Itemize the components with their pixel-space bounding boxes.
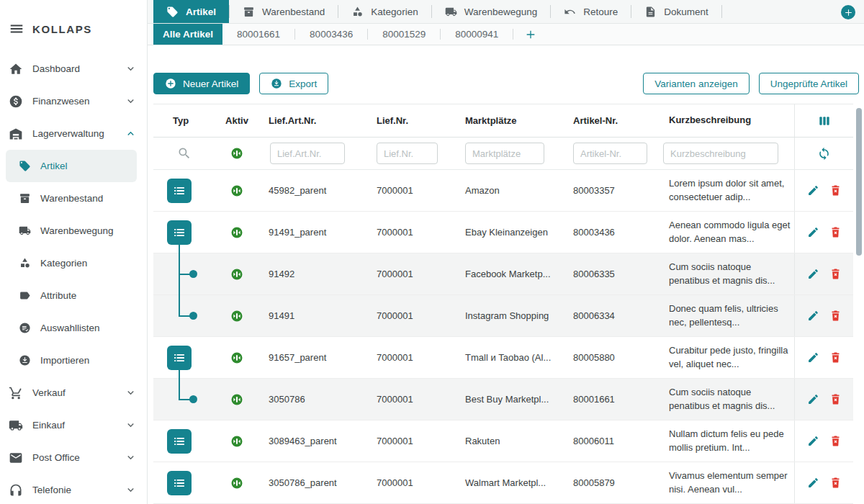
unchecked-articles-button[interactable]: Ungeprüfte Artikel [759,73,859,94]
subtab-label: 80001661 [237,29,280,40]
show-variants-label: Varianten anzeigen [654,78,737,89]
sidebar-item-einkauf[interactable]: Einkauf [0,409,147,441]
brand-row: KOLLAPS [0,20,147,37]
lief-nr-cell: 7000001 [369,227,459,238]
filter-marktplaetze-input[interactable] [465,143,544,164]
subtab-80000941[interactable]: 80000941 [441,24,513,45]
filter-lief-nr-input[interactable] [377,143,438,164]
delete-trash-icon[interactable] [829,351,842,364]
edit-pencil-icon[interactable] [807,268,819,280]
col-header-lief-art-nr: Lief.Art.Nr. [261,115,369,126]
filter-lief-art-nr-input[interactable] [270,143,345,164]
typ-cell [153,253,212,294]
delete-trash-icon[interactable] [829,184,842,197]
sidebar-item-importieren[interactable]: Importieren [6,344,137,377]
add-article-tab-button[interactable] [513,24,548,45]
active-status-icon[interactable] [230,184,243,197]
sidebar-item-telefonie[interactable]: Telefonie [0,474,147,504]
sidebar-item-label: Telefonie [32,485,71,495]
delete-trash-icon[interactable] [829,268,842,280]
subtab-label: 80003436 [310,29,353,40]
delete-trash-icon[interactable] [829,393,842,405]
active-filter-toggle-icon[interactable] [230,147,243,160]
export-button[interactable]: Export [259,73,328,94]
parent-article-list-button[interactable] [167,429,192,454]
table-row: 91491_parent7000001Ebay Kleinanzeigen800… [153,212,853,253]
sidebar-item-artikel[interactable]: Artikel [6,150,137,182]
tab-label: Artikel [186,6,216,17]
lief-nr-cell: 7000001 [369,394,459,405]
tab-artikel[interactable]: Artikel [153,0,229,23]
row-actions [794,212,853,253]
edit-pencil-icon[interactable] [807,393,819,405]
marktplatz-cell: Ebay Kleinanzeigen [459,227,567,238]
app-window: KOLLAPS DashboardFinanzwesenLagerverwalt… [0,0,864,504]
active-status-icon[interactable] [230,477,243,490]
tab-warenbestand[interactable]: Warenbestand [230,0,338,23]
show-variants-button[interactable]: Varianten anzeigen [643,73,749,94]
sidebar-item-label: Verkauf [32,387,66,398]
sidebar-item-warenbestand[interactable]: Warenbestand [6,182,137,215]
active-status-icon[interactable] [230,393,243,406]
mail-icon [9,451,23,465]
columns-settings-icon[interactable] [817,114,832,128]
kurzbeschreibung-cell: Vivamus elementum semper nisi. Aenean vu… [656,469,794,495]
edit-pencil-icon[interactable] [807,435,819,447]
label-icon [19,289,31,302]
typ-cell [153,462,212,503]
active-status-icon[interactable] [230,310,243,323]
sidebar-item-dashboard[interactable]: Dashboard [0,53,147,85]
delete-trash-icon[interactable] [829,310,842,322]
sidebar-item-kategorien[interactable]: Kategorien [6,247,137,279]
filter-artikel-nr-input[interactable] [573,143,647,164]
new-article-button[interactable]: Neuer Artikel [153,73,250,94]
sidebar-item-finanzwesen[interactable]: Finanzwesen [0,85,147,117]
delete-trash-icon[interactable] [829,477,842,489]
tab-warenbewegung[interactable]: Warenbewegung [432,0,551,23]
subtab-alle-artikel[interactable]: Alle Artikel [153,24,222,45]
active-status-icon[interactable] [230,435,243,448]
tree-connector [179,295,180,316]
delete-trash-icon[interactable] [829,226,842,238]
vertical-scrollbar[interactable] [856,108,862,256]
tab-dokument[interactable]: Dokument [631,0,721,23]
tree-node-dot [189,270,197,278]
sidebar-item-lagerverwaltung[interactable]: Lagerverwaltung [0,117,147,150]
edit-pencil-icon[interactable] [807,184,819,197]
artikel-nr-cell: 80006334 [567,310,656,321]
edit-pencil-icon[interactable] [807,310,819,322]
edit-pencil-icon[interactable] [807,351,819,364]
kurzbeschreibung-cell: Curabitur pede justo, fringilla vel, ali… [656,344,794,370]
hamburger-menu-icon[interactable] [9,21,24,37]
table-row: 914917000001Instagram Shopping80006334Do… [153,295,853,337]
subtab-80001529[interactable]: 80001529 [368,24,440,45]
marktplatz-cell: Instagram Shopping [459,310,567,321]
kurzbeschreibung-cell: Cum sociis natoque penatibus et magnis d… [656,386,794,412]
active-status-icon[interactable] [230,226,243,239]
table-row: 91657_parent7000001Tmall и Taobao (Al...… [153,337,853,379]
edit-pencil-icon[interactable] [807,226,819,238]
sidebar-item-verkauf[interactable]: Verkauf [0,377,147,409]
active-status-icon[interactable] [230,351,243,364]
sidebar-item-label: Attribute [40,290,76,301]
sidebar-item-post-office[interactable]: Post Office [0,441,147,474]
parent-article-list-button[interactable] [167,220,192,245]
subtab-80003436[interactable]: 80003436 [295,24,367,45]
parent-article-list-button[interactable] [167,179,192,203]
sidebar-nav-bottom: VerkaufEinkaufPost OfficeTelefonie [0,377,147,504]
delete-trash-icon[interactable] [829,435,842,447]
refresh-icon[interactable] [817,147,831,161]
active-status-icon[interactable] [230,268,243,281]
col-header-aktiv: Aktiv [212,115,261,126]
edit-pencil-icon[interactable] [807,477,819,489]
tab-kategorien[interactable]: Kategorien [338,0,431,23]
parent-article-list-button[interactable] [167,471,192,495]
subtab-80001661[interactable]: 80001661 [222,24,294,45]
sidebar-item-auswahllisten[interactable]: Auswahllisten [6,312,137,344]
filter-kurzbeschreibung-input[interactable] [663,143,778,164]
sidebar-item-warenbewegung[interactable]: Warenbewegung [6,215,137,247]
parent-article-list-button[interactable] [167,346,192,370]
sidebar-item-attribute[interactable]: Attribute [6,279,137,312]
add-tab-button[interactable] [841,5,855,19]
tab-retoure[interactable]: Retoure [551,0,631,23]
